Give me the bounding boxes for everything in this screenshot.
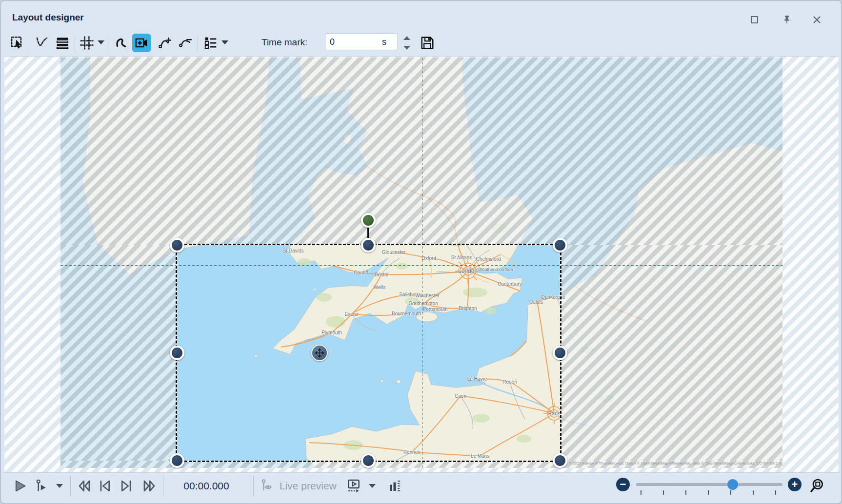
remove-keyframe-button[interactable] [176,34,195,52]
zoom-slider-track[interactable] [636,483,782,486]
select-rect-icon [10,36,25,50]
resize-handle-bottom-left[interactable] [170,453,184,468]
hatch-overlay-left [60,245,177,461]
zoom-fit-button[interactable] [807,476,827,495]
preview-render-button[interactable] [344,476,363,496]
rows-icon [55,36,70,50]
live-preview-toggle[interactable]: Live preview [260,476,337,496]
play-from-mark-icon [34,479,49,493]
rotation-handle[interactable] [361,213,376,228]
toolbar-separator [198,36,198,51]
maximize-button[interactable] [748,13,761,26]
zoom-fit-icon [809,478,825,493]
play-from-mark-button[interactable] [32,476,51,496]
previous-frame-icon [98,479,112,493]
preview-options-dropdown-arrow[interactable] [369,484,376,488]
preview-render-icon [346,478,361,494]
time-mark-input[interactable] [325,34,398,50]
close-icon [813,16,821,24]
resize-handle-top-right[interactable] [553,238,567,252]
list-icon [203,36,218,50]
fast-forward-icon [142,479,157,493]
next-frame-button[interactable] [117,476,136,496]
statistics-icon [387,479,402,493]
save-layout-button[interactable] [418,34,437,52]
camera-move-tool-button[interactable] [132,34,151,52]
zoom-in-button[interactable]: + [788,478,802,491]
resize-handle-top-left[interactable] [170,238,184,252]
save-icon [420,36,435,50]
hatch-overlay-right [560,245,782,461]
pin-button[interactable] [781,13,793,26]
spinner-down-icon[interactable] [403,46,410,50]
resize-handle-middle-left[interactable] [170,346,184,360]
transport-separator [163,476,163,496]
play-button[interactable] [10,476,30,496]
hatch-overlay-top [60,58,782,245]
resize-handle-bottom-center[interactable] [361,453,376,468]
zoom-out-button[interactable]: − [616,478,630,491]
move-handle[interactable] [311,345,328,361]
zoom-ticks [641,490,776,495]
window-title: Layout designer [12,12,84,23]
transport-bar: 00:00.000 Live preview [0,472,842,504]
grid-icon [80,36,94,50]
grid-dropdown-arrow[interactable] [98,40,104,44]
statistics-button[interactable] [385,476,404,496]
rewind-icon [77,479,92,493]
toolbar-separator [109,36,109,51]
curve-icon [114,36,128,50]
resize-handle-middle-right[interactable] [553,346,567,360]
resize-handle-bottom-right[interactable] [553,453,567,468]
toolbar-separator [75,36,75,51]
grid-snap-button[interactable] [78,34,96,52]
time-mark-label: Time mark: [261,37,307,48]
spline-select-tool-button[interactable] [33,34,51,52]
pin-icon [782,15,791,24]
map-attribution: © 2023 Karten © Thunderforest, Daten © O… [569,461,781,465]
selection-border[interactable] [176,244,561,462]
toolbar: Time mark: s [0,31,842,55]
layout-designer-window: Layout designer [0,0,842,504]
move-arrows-icon [314,348,325,358]
spinner-up-icon[interactable] [403,36,410,40]
previous-frame-button[interactable] [95,476,115,496]
fast-forward-button[interactable] [140,476,159,496]
spline-dashed-icon [35,36,49,50]
rewind-button[interactable] [75,476,94,496]
next-frame-icon [119,479,134,493]
curve-tool-button[interactable] [112,34,130,52]
curve-remove-icon [178,36,193,50]
time-display: 00:00.000 [177,480,236,492]
tracks-rows-button[interactable] [53,34,72,52]
time-mark-spinner[interactable] [401,35,412,51]
add-keyframe-button[interactable] [156,34,174,52]
zoom-slider-thumb[interactable] [727,479,738,490]
zoom-control: − + [616,474,831,500]
live-preview-label: Live preview [280,480,337,492]
toolbar-separator [30,36,30,51]
play-options-dropdown-arrow[interactable] [56,484,63,488]
resize-handle-top-center[interactable] [361,238,376,252]
live-preview-icon [260,479,275,493]
camera-move-icon [134,36,149,50]
close-button[interactable] [810,13,823,26]
play-icon [13,479,27,493]
maximize-icon [750,16,759,24]
track-list-button[interactable] [201,34,220,52]
curve-add-icon [158,36,172,50]
layout-canvas[interactable]: St DavidsGloucesterOxfordSt AlbansChelms… [4,56,839,473]
titlebar: Layout designer [0,0,842,29]
time-mark-unit: s [382,37,386,47]
transport-separator [253,476,254,496]
track-list-dropdown-arrow[interactable] [221,40,228,44]
select-tool-button[interactable] [8,34,27,52]
transport-separator [70,476,71,496]
